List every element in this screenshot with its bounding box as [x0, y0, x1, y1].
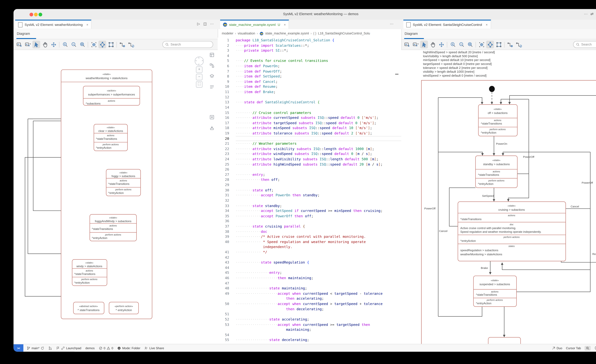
code-content[interactable]: package L18_SantaSleighCruiseControl_Sol… [236, 38, 401, 342]
code-line[interactable]: ············then off; [236, 177, 401, 182]
zoom-out-button[interactable] [70, 41, 77, 48]
export-image-menu-button[interactable] [412, 41, 419, 48]
live-share-item[interactable]: Live Share [144, 346, 164, 350]
code-line[interactable]: ····private import SI::*; [236, 48, 401, 53]
close-tab-icon[interactable]: × [486, 23, 488, 26]
code-line[interactable] [236, 198, 401, 203]
reroute-button[interactable] [515, 41, 522, 48]
move-tool-button[interactable] [437, 41, 445, 48]
code-line[interactable]: ········// Weather parameters [236, 141, 401, 146]
code-line[interactable]: ····item def Cancel; [236, 79, 401, 84]
problems-item[interactable]: 0 0 [99, 346, 113, 350]
zoom-selection-button[interactable] [78, 41, 86, 48]
close-overlay-icon[interactable] [209, 114, 215, 120]
code-editor[interactable]: 1234567891011121314151617181920212223242… [218, 38, 401, 344]
action-box-subperformances[interactable]: «action» subperformances > subperformanc… [83, 86, 140, 105]
code-line[interactable]: ················state accelerating; [236, 317, 401, 322]
fit-view-nav-button[interactable]: ⛶ [196, 81, 202, 88]
pan-tool-button[interactable] [41, 41, 49, 48]
add-route-button[interactable] [119, 41, 126, 48]
code-line[interactable]: ····item def PowerOff; [236, 69, 401, 74]
breadcrumb-item[interactable]: visualisation [238, 32, 255, 35]
code-line[interactable]: ········state cruising parallel { [236, 224, 401, 229]
tab-diagram-left[interactable]: Diagram [17, 32, 30, 36]
run-diagram-icon[interactable]: ▷ [197, 22, 200, 26]
code-line[interactable] [236, 255, 401, 260]
breadcrumb-item[interactable]: L18_SantaSleighCruiseControl_Solu [318, 32, 370, 35]
code-line[interactable]: ········attribute tolerance subsets ISQ:… [236, 131, 401, 136]
code-line[interactable]: ················state decelerating; [236, 337, 401, 342]
state-box-standby[interactable]: «state» standby > subactions actions ^st… [476, 156, 517, 188]
properties-panel-icon[interactable] [209, 84, 215, 90]
code-line[interactable] [236, 95, 401, 100]
code-line[interactable]: ········attribute lowVisibility subsets … [236, 157, 401, 162]
layout-tool-button[interactable] [98, 41, 106, 48]
state-box-windy[interactable]: «state» windy > stateActions actions ^st… [72, 260, 107, 286]
editor-actions-more-icon[interactable]: ··· [390, 22, 394, 26]
code-line[interactable]: ····················accept when currentS… [236, 291, 401, 296]
reroute-button[interactable] [127, 41, 135, 48]
left-diagram-search-input[interactable]: Search [162, 41, 213, 48]
legend-abstract-action[interactable]: «abstract action» ^ stateTransitions [74, 302, 104, 314]
export-image-button[interactable] [403, 41, 411, 48]
code-line[interactable]: ····················accept when currentS… [236, 322, 401, 327]
code-line[interactable]: ········attribute windSpeed subsets ISQ:… [236, 151, 401, 156]
graph-layout-button[interactable] [107, 41, 115, 48]
right-diagram-canvas[interactable]: highWindSpeed > speed default 20 [metre … [401, 50, 596, 344]
code-line[interactable]: ············doc [236, 229, 401, 234]
split-editor-icon[interactable]: ◫ [203, 22, 207, 26]
add-route-button[interactable] [506, 41, 514, 48]
legend-perform-action[interactable]: «perform action» ^ entryAction [109, 302, 139, 314]
editor-actions-more-icon[interactable]: ··· [210, 22, 214, 26]
code-line[interactable]: maintaining; [236, 327, 401, 332]
code-line[interactable] [236, 265, 401, 270]
remote-indicator-button[interactable]: >< [14, 344, 23, 352]
repo-name-item[interactable]: demos [85, 346, 95, 350]
diagram-nav-compass[interactable] [195, 57, 204, 66]
code-line[interactable]: ····················accept when currentS… [236, 301, 401, 306]
code-line[interactable] [236, 219, 401, 224]
outline-panel-icon[interactable] [209, 62, 215, 69]
zoom-out-nav-button[interactable]: − [196, 74, 202, 80]
code-line[interactable]: ····private import ScalarValues::*; [236, 43, 401, 48]
pan-tool-button[interactable] [429, 41, 437, 48]
code-line[interactable]: ········// Cruise control parameters [236, 110, 401, 115]
code-line[interactable]: then accelerating; [236, 296, 401, 301]
zoom-selection-button[interactable] [466, 41, 474, 48]
code-line[interactable]: ········attribute currentSpeed subsets I… [236, 115, 401, 120]
code-line[interactable]: ············state speedRegulation { [236, 260, 401, 265]
breadcrumb-item[interactable]: state_machine_example.sysml [265, 32, 309, 35]
extension-pet-icon[interactable] [595, 346, 596, 350]
code-line[interactable]: ············ */ [236, 250, 401, 255]
mode-item[interactable]: Mode: Folder [117, 346, 140, 350]
cursor-tab-item[interactable]: Cursor Tab [566, 346, 581, 350]
tab-sysml-file[interactable]: state_machine_example.sysml U × [220, 20, 289, 29]
screencast-zoom-button[interactable] [585, 346, 591, 350]
select-tool-button[interactable] [32, 41, 40, 48]
tab-santa-sleigh-cruise-control[interactable]: SysML v2 Element: SantaSleighCruiseContr… [403, 20, 491, 29]
layers-panel-icon[interactable] [209, 73, 215, 80]
state-box-foggy-and-windy[interactable]: «state» foggyAndWindy > subactions actio… [90, 215, 136, 241]
code-line[interactable]: ········attribute targetSpeed subsets IS… [236, 120, 401, 126]
select-tool-button[interactable] [420, 41, 428, 48]
code-line[interactable] [236, 167, 401, 172]
code-line[interactable]: ············/* Active cruise control wit… [236, 234, 401, 239]
code-line[interactable] [236, 182, 401, 188]
code-line[interactable]: ····················then maintaining; [236, 275, 401, 281]
titlebar-more-icon[interactable]: ··· [584, 12, 588, 16]
breadcrumb[interactable]: modeler› visualisation› state_machine_ex… [218, 29, 401, 38]
code-line[interactable]: ········attribute visibility subsets ISQ… [236, 146, 401, 151]
state-box-clear[interactable]: «state» clear > stateActions actions ^st… [94, 124, 127, 151]
git-branch-item[interactable]: main* [27, 346, 45, 350]
pull-request-item[interactable] [48, 346, 52, 350]
code-line[interactable]: ····// Events for cruise control transit… [236, 58, 401, 64]
code-line[interactable] [236, 105, 401, 110]
layout-tool-button[interactable] [486, 41, 494, 48]
left-diagram-canvas[interactable]: «state» weatherMonitoring > stateActions… [14, 50, 218, 344]
zoom-in-button[interactable] [449, 41, 457, 48]
toggle-editor-layout-icon[interactable]: ⇄ [590, 12, 594, 16]
breadcrumb-item[interactable]: modeler [222, 32, 233, 35]
code-line[interactable]: ················entry; [236, 270, 401, 275]
code-line[interactable]: ········entry; [236, 172, 401, 177]
code-line[interactable] [236, 136, 401, 141]
